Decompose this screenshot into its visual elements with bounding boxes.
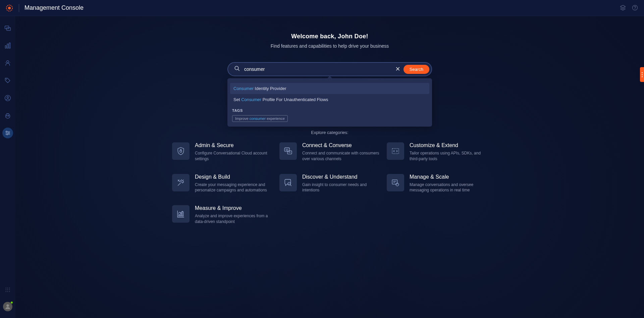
side-panel-toggle[interactable] (640, 67, 644, 82)
svg-rect-8 (7, 44, 8, 48)
category-customize-extend[interactable]: Customize & Extend Tailor operations usi… (387, 142, 487, 162)
categories-grid: Admin & Secure Configure Conversational … (172, 142, 487, 225)
svg-point-4 (635, 9, 635, 9)
category-discover-understand[interactable]: Discover & Understand Gain insight to co… (279, 174, 380, 193)
profile-avatar[interactable] (3, 302, 12, 311)
sidebar (0, 16, 15, 318)
svg-line-34 (238, 69, 239, 71)
category-title: Measure & Improve (195, 205, 273, 211)
svg-point-33 (235, 66, 238, 70)
svg-point-32 (6, 304, 9, 307)
main-content: Welcome back, John Doe! Find features an… (15, 16, 644, 318)
svg-point-1 (8, 7, 11, 9)
svg-marker-2 (621, 5, 626, 8)
svg-rect-9 (9, 43, 10, 48)
suggestion-item[interactable]: Set Consumer Profile For Unauthenticated… (230, 94, 429, 105)
category-connect-converse[interactable]: Connect & Converse Connect and communica… (279, 142, 380, 162)
category-title: Admin & Secure (195, 142, 273, 148)
svg-point-23 (6, 288, 6, 288)
clear-search-button[interactable] (392, 64, 404, 74)
category-desc: Tailor operations using APIs, SDKs, and … (410, 150, 487, 162)
help-icon[interactable] (632, 5, 639, 11)
sidebar-item-settings[interactable] (2, 128, 13, 138)
category-desc: Create your messaging experience and per… (195, 182, 273, 193)
svg-point-13 (7, 96, 9, 98)
category-title: Design & Build (195, 174, 273, 180)
sidebar-item-users[interactable] (2, 93, 13, 103)
svg-point-24 (7, 288, 8, 288)
welcome-title: Welcome back, John Doe! (15, 33, 644, 40)
category-admin-secure[interactable]: Admin & Secure Configure Conversational … (172, 142, 273, 162)
svg-point-29 (6, 291, 6, 292)
svg-point-15 (6, 116, 7, 117)
svg-point-26 (6, 289, 6, 290)
sidebar-item-tags[interactable] (2, 75, 13, 86)
manage-gear-icon (387, 174, 404, 191)
page-title: Management Console (24, 4, 84, 11)
category-title: Connect & Converse (302, 142, 380, 148)
svg-line-42 (290, 185, 291, 186)
welcome-subtitle: Find features and capabilities to help d… (15, 43, 644, 49)
search-icon (234, 65, 240, 73)
svg-rect-40 (392, 148, 399, 153)
svg-point-18 (6, 131, 7, 132)
code-extend-icon (387, 142, 404, 160)
sidebar-item-analytics[interactable] (2, 40, 13, 51)
explore-categories-label: Explore categories: (15, 130, 644, 135)
svg-point-41 (288, 182, 291, 185)
svg-point-22 (7, 134, 8, 135)
category-desc: Configure Conversational Cloud account s… (195, 150, 273, 162)
sidebar-item-agents[interactable] (2, 58, 13, 69)
shield-lock-icon (172, 142, 190, 160)
svg-point-27 (7, 289, 8, 290)
svg-rect-46 (180, 213, 181, 216)
svg-rect-37 (180, 150, 181, 152)
category-desc: Connect and communicate with consumers o… (302, 150, 380, 162)
layers-icon[interactable] (620, 5, 627, 11)
category-desc: Manage conversations and oversee messagi… (410, 182, 487, 193)
svg-point-10 (7, 61, 9, 63)
category-desc: Gain insight to consumer needs and inten… (302, 182, 380, 193)
category-title: Discover & Understand (302, 174, 380, 180)
search-button[interactable]: Search (404, 65, 429, 74)
svg-point-30 (7, 291, 8, 292)
sidebar-item-bot[interactable] (2, 110, 13, 121)
chart-improve-icon (172, 205, 190, 223)
svg-point-14 (5, 114, 10, 118)
search-suggestions-dropdown: Consumer Identity Provider Set Consumer … (227, 78, 432, 127)
sidebar-item-conversations[interactable] (2, 23, 13, 34)
search-input[interactable] (244, 66, 392, 72)
tools-icon (172, 174, 190, 191)
header-divider (19, 4, 19, 12)
svg-point-20 (8, 132, 9, 133)
header-bar: Management Console (0, 0, 644, 16)
svg-point-28 (9, 289, 10, 290)
tags-heading: TAGS (232, 108, 427, 112)
search-bar: Search (227, 62, 432, 76)
category-design-build[interactable]: Design & Build Create your messaging exp… (172, 174, 273, 193)
suggestion-item[interactable]: Consumer Identity Provider (230, 83, 429, 94)
svg-rect-5 (5, 26, 9, 29)
svg-point-16 (8, 116, 9, 117)
app-logo-icon (5, 4, 13, 12)
category-desc: Analyze and improve experiences from a d… (195, 213, 273, 225)
category-measure-improve[interactable]: Measure & Improve Analyze and improve ex… (172, 205, 273, 225)
presence-indicator-icon (10, 301, 13, 304)
svg-point-31 (9, 291, 10, 292)
chat-bubbles-icon (279, 142, 297, 160)
category-title: Customize & Extend (410, 142, 487, 148)
tag-pill[interactable]: Improve consumer experience (232, 115, 288, 122)
svg-rect-47 (182, 212, 183, 216)
svg-rect-7 (5, 46, 6, 48)
svg-point-11 (6, 79, 7, 80)
sidebar-item-apps[interactable] (2, 284, 13, 295)
category-title: Manage & Scale (410, 174, 487, 180)
category-manage-scale[interactable]: Manage & Scale Manage conversations and … (387, 174, 487, 193)
chat-search-icon (279, 174, 297, 191)
svg-point-25 (9, 288, 10, 288)
svg-rect-6 (7, 28, 11, 30)
svg-rect-45 (179, 215, 180, 216)
